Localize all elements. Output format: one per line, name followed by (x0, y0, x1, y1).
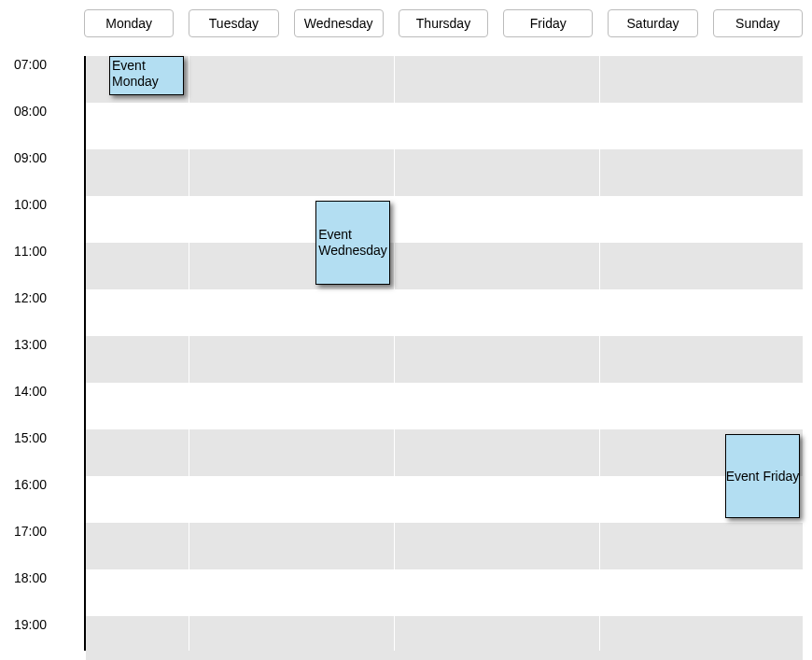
time-label: 07:00 (14, 57, 47, 72)
event-friday[interactable]: Event Friday (725, 434, 800, 518)
hour-row (86, 429, 803, 476)
hour-row (86, 569, 803, 616)
time-label: 08:00 (14, 104, 47, 119)
hour-row (86, 289, 803, 336)
hour-row (86, 383, 803, 429)
day-separator (394, 56, 395, 651)
event-monday[interactable]: Event Monday (109, 56, 184, 95)
time-label: 09:00 (14, 150, 47, 165)
day-header-saturday[interactable]: Saturday (608, 9, 697, 37)
time-label: 12:00 (14, 290, 47, 305)
event-wednesday[interactable]: Event Wednesday (315, 201, 390, 285)
day-header-friday[interactable]: Friday (503, 9, 593, 37)
day-header-row: Monday Tuesday Wednesday Thursday Friday… (84, 9, 803, 37)
time-label: 11:00 (14, 244, 47, 259)
day-header-tuesday[interactable]: Tuesday (189, 9, 278, 37)
hour-row (86, 196, 803, 243)
time-label: 10:00 (14, 197, 47, 212)
hour-row (86, 616, 803, 660)
hour-row (86, 336, 803, 383)
hour-row (86, 243, 803, 289)
event-title: Event Monday (110, 57, 183, 91)
day-header-sunday[interactable]: Sunday (713, 9, 803, 37)
hour-row (86, 56, 803, 103)
day-header-monday[interactable]: Monday (84, 9, 174, 37)
event-title: Event Wednesday (316, 226, 389, 260)
hour-row (86, 523, 803, 569)
hour-row (86, 476, 803, 523)
time-label: 19:00 (14, 617, 47, 632)
time-label: 13:00 (14, 337, 47, 352)
calendar-grid[interactable]: Event Monday Event Wednesday Event Frida… (84, 56, 803, 651)
day-header-thursday[interactable]: Thursday (399, 9, 488, 37)
hour-row (86, 149, 803, 196)
day-header-wednesday[interactable]: Wednesday (294, 9, 384, 37)
event-title: Event Friday (725, 468, 800, 485)
time-label: 14:00 (14, 384, 47, 399)
time-label: 15:00 (14, 430, 47, 445)
week-calendar: Monday Tuesday Wednesday Thursday Friday… (0, 0, 812, 660)
day-separator (189, 56, 189, 651)
time-label: 18:00 (14, 570, 47, 585)
hour-row (86, 103, 803, 149)
day-separator (599, 56, 600, 651)
time-label: 17:00 (14, 524, 47, 539)
time-label: 16:00 (14, 477, 47, 492)
